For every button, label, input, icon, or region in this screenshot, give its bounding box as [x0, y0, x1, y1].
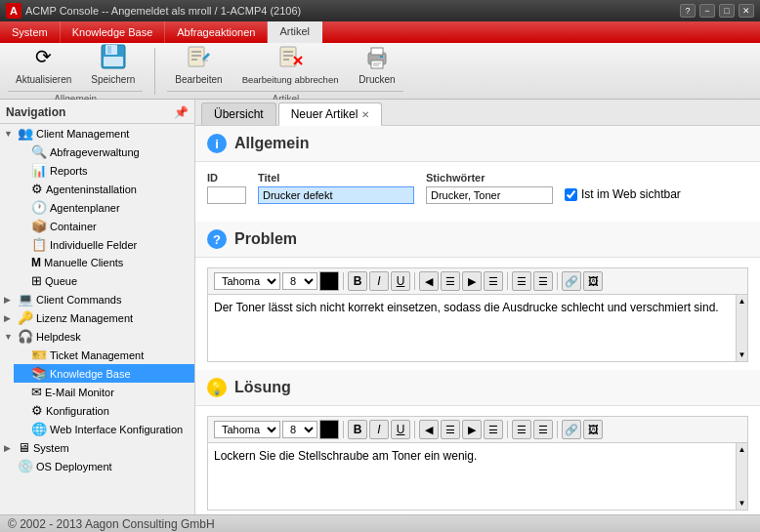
problem-color-btn[interactable]: [319, 271, 339, 291]
allgemein-fields-row: ID Titel Stichwörter Ist im W: [207, 172, 748, 204]
problem-italic-btn[interactable]: I: [369, 271, 389, 291]
problem-text-area[interactable]: Der Toner lässt sich nicht korrekt einse…: [207, 294, 748, 362]
problem-image-btn[interactable]: 🖼: [583, 271, 603, 291]
tree-email-monitor[interactable]: ✉ E-Mail Monitor: [14, 383, 194, 401]
svg-rect-18: [371, 61, 383, 68]
aktualisieren-button[interactable]: ⟳ Aktualisieren: [8, 37, 79, 89]
problem-section-header: ? Problem: [195, 222, 760, 258]
problem-link-btn[interactable]: 🔗: [562, 271, 581, 291]
id-input[interactable]: [207, 186, 246, 204]
os-deployment-label: OS Deployment: [36, 461, 112, 472]
tree-arrow: ▶: [4, 295, 18, 305]
bearbeiten-button[interactable]: Bearbeiten: [167, 37, 230, 89]
problem-justify-btn[interactable]: ☰: [484, 271, 503, 291]
helpdesk-icon: 🎧: [18, 329, 33, 344]
stichwort-input[interactable]: [426, 186, 553, 204]
tree-arrow: ▶: [4, 313, 18, 323]
stichwort-field: Stichwörter: [426, 172, 553, 204]
manuelle-icon: M: [31, 256, 41, 269]
tree-os-deployment[interactable]: 💿 OS Deployment: [0, 457, 194, 475]
tree-knowledge-base[interactable]: 📚 Knowledge Base: [14, 364, 194, 383]
problem-bold-btn[interactable]: B: [348, 271, 367, 291]
ticket-label: Ticket Management: [50, 349, 144, 361]
web-sichtbar-checkbox[interactable]: [565, 188, 577, 201]
tree-queue[interactable]: ⊞ Queue: [14, 271, 194, 290]
speichern-label: Speichern: [91, 74, 135, 85]
problem-size-select[interactable]: 8 9 10: [282, 272, 317, 290]
tab-ubersicht[interactable]: Übersicht: [201, 102, 276, 125]
email-monitor-icon: ✉: [31, 385, 42, 399]
loesung-body: Tahoma Arial 8 9 10 B I U ◀ ☰: [195, 406, 760, 514]
container-icon: 📦: [31, 219, 47, 233]
ticket-icon: 🎫: [31, 348, 47, 362]
tree-lizenz[interactable]: ▶ 🔑 Lizenz Management: [0, 308, 194, 327]
loesung-list-btn[interactable]: ☰: [512, 420, 531, 439]
problem-align-center-btn[interactable]: ☰: [441, 271, 460, 291]
help-button[interactable]: ?: [680, 4, 696, 18]
webinterface-label: Web Interface Konfiguration: [50, 424, 183, 435]
loesung-image-btn[interactable]: 🖼: [583, 420, 603, 439]
loesung-bold-btn[interactable]: B: [348, 420, 367, 439]
tree-konfiguration[interactable]: ⚙ Konfiguration: [14, 401, 194, 420]
client-commands-icon: 💻: [18, 292, 33, 307]
tab-neuer-artikel[interactable]: Neuer Artikel ✕: [278, 102, 383, 126]
speichern-icon: [98, 41, 129, 72]
titel-input[interactable]: [258, 186, 414, 204]
tree-helpdesk[interactable]: ▼ 🎧 Helpdesk: [0, 327, 194, 346]
client-management-label: Client Management: [36, 128, 129, 140]
loesung-align-left-btn[interactable]: ◀: [419, 420, 439, 439]
client-management-children: 🔍 Abfrageverwaltung 📊 Reports ⚙ Agenteni…: [0, 143, 194, 290]
loesung-justify-btn[interactable]: ☰: [484, 420, 503, 439]
individuelle-icon: 📋: [31, 237, 47, 252]
abbrechen-button[interactable]: Bearbeitung abbrechen: [234, 37, 347, 89]
tree-agenteninstallation[interactable]: ⚙ Agenteninstallation: [14, 180, 194, 198]
loesung-font-select[interactable]: Tahoma Arial: [214, 421, 280, 438]
loesung-color-btn[interactable]: [319, 420, 339, 439]
tab-close-icon[interactable]: ✕: [361, 109, 369, 120]
problem-list-btn[interactable]: ☰: [512, 271, 531, 291]
tree-webinterface[interactable]: 🌐 Web Interface Konfiguration: [14, 420, 194, 438]
app-logo: A: [6, 3, 21, 19]
tree-manuelle[interactable]: M Manuelle Clients: [14, 254, 194, 271]
navigation-title: Navigation: [6, 105, 65, 119]
tab-bar: Übersicht Neuer Artikel ✕: [195, 100, 760, 126]
maximize-button[interactable]: □: [719, 4, 735, 18]
tree-arrow: ▶: [4, 443, 18, 453]
tree-agentenplaner[interactable]: 🕐 Agentenplaner: [14, 198, 194, 217]
speichern-button[interactable]: Speichern: [83, 37, 143, 89]
tree-container[interactable]: 📦 Container: [14, 217, 194, 235]
tree-ticket[interactable]: 🎫 Ticket Management: [14, 346, 194, 364]
allgemein-icon: i: [207, 134, 227, 153]
tree-individuelle[interactable]: 📋 Individuelle Felder: [14, 235, 194, 254]
close-button[interactable]: ✕: [739, 4, 754, 18]
email-monitor-label: E-Mail Monitor: [45, 387, 114, 398]
loesung-icon: 💡: [207, 378, 227, 397]
problem-align-left-btn[interactable]: ◀: [419, 271, 439, 291]
problem-align-right-btn[interactable]: ▶: [462, 271, 482, 291]
tree-abfrage[interactable]: 🔍 Abfrageverwaltung: [14, 143, 194, 161]
tree-reports[interactable]: 📊 Reports: [14, 161, 194, 180]
main-layout: Navigation 📌 ▼ 👥 Client Management 🔍 Abf…: [0, 100, 760, 514]
svg-rect-17: [371, 48, 383, 55]
tree-client-management[interactable]: ▼ 👥 Client Management: [0, 124, 194, 143]
problem-underline-btn[interactable]: U: [391, 271, 410, 291]
abfrage-icon: 🔍: [31, 144, 47, 159]
loesung-italic-btn[interactable]: I: [369, 420, 389, 439]
loesung-size-select[interactable]: 8 9 10: [282, 421, 317, 438]
lizenz-icon: 🔑: [18, 310, 33, 325]
abbrechen-label: Bearbeitung abbrechen: [242, 74, 339, 85]
loesung-underline-btn[interactable]: U: [391, 420, 410, 439]
problem-font-select[interactable]: Tahoma Arial: [214, 272, 280, 290]
drucken-button[interactable]: Drucken: [350, 37, 403, 89]
tree-client-commands[interactable]: ▶ 💻 Client Commands: [0, 290, 194, 308]
problem-numlist-btn[interactable]: ☰: [533, 271, 553, 291]
loesung-text-area[interactable]: Lockern Sie die Stellschraube am Toner e…: [207, 442, 748, 511]
loesung-align-right-btn[interactable]: ▶: [462, 420, 482, 439]
tree-system[interactable]: ▶ 🖥 System: [0, 438, 194, 457]
loesung-numlist-btn[interactable]: ☰: [533, 420, 553, 439]
loesung-link-btn[interactable]: 🔗: [562, 420, 581, 439]
rte-sep: [343, 272, 344, 290]
minimize-button[interactable]: −: [699, 4, 715, 18]
pin-icon[interactable]: 📌: [174, 105, 189, 119]
loesung-align-center-btn[interactable]: ☰: [441, 420, 460, 439]
